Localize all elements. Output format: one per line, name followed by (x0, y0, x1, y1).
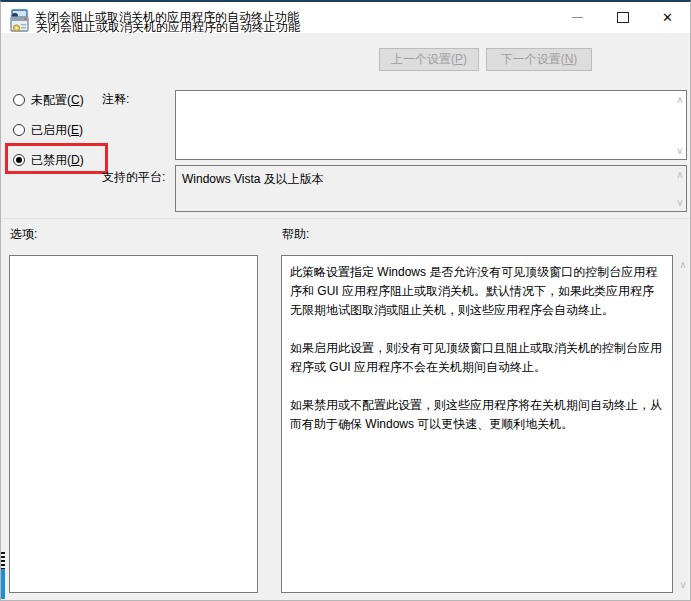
options-label: 选项: (10, 226, 37, 243)
section-divider (2, 218, 689, 219)
maximize-icon (617, 12, 629, 23)
radio-selected-icon (13, 154, 25, 166)
comment-scroll-up-icon[interactable]: ∧ (674, 95, 686, 105)
previous-setting-label: 上一个设置( (391, 52, 455, 66)
next-setting-label: 下一个设置( (501, 52, 565, 66)
policy-setting-icon (10, 15, 29, 34)
platform-scroll-down-icon: ∨ (674, 198, 686, 208)
help-scroll-up-icon[interactable]: ∧ (677, 260, 689, 270)
help-label: 帮助: (282, 226, 309, 243)
background-window-sliver (1, 552, 5, 569)
background-window-sliver-blue (1, 569, 5, 599)
policy-setting-dialog: 关闭会阻止或取消关机的应用程序的自动终止功能 ✕ 关闭会阻止或取消关机的应用程序… (0, 0, 691, 601)
radio-not-configured[interactable]: 未配置(C) (13, 92, 84, 108)
previous-setting-button[interactable]: 上一个设置(P) (379, 48, 479, 71)
radio-not-configured-label: 未配置(C) (31, 92, 84, 109)
maximize-button[interactable] (600, 2, 645, 33)
radio-enabled[interactable]: 已启用(E) (13, 122, 83, 138)
help-panel[interactable]: 此策略设置指定 Windows 是否允许没有可见顶级窗口的控制台应用程序和 GU… (281, 255, 673, 593)
next-setting-label-end: ) (573, 52, 577, 66)
radio-disabled[interactable]: 已禁用(D) (13, 152, 84, 168)
supported-platform-box: Windows Vista 及以上版本 (175, 165, 687, 212)
radio-circle-icon (13, 124, 25, 136)
help-paragraph: 此策略设置指定 Windows 是否允许没有可见顶级窗口的控制台应用程序和 GU… (290, 263, 662, 320)
policy-title: 关闭会阻止或取消关机的应用程序的自动终止功能 (36, 19, 300, 36)
help-scroll-down-icon[interactable]: ∨ (677, 580, 689, 590)
platform-scroll-up-icon: ∧ (674, 170, 686, 180)
supported-platform-label: 支持的平台: (102, 169, 165, 186)
comment-textarea[interactable] (175, 90, 687, 160)
minimize-icon (572, 17, 583, 18)
help-paragraph: 如果启用此设置，则没有可见顶级窗口且阻止或取消关机的控制台应用程序或 GUI 应… (290, 339, 662, 377)
radio-disabled-label: 已禁用(D) (31, 152, 84, 169)
close-icon: ✕ (662, 11, 673, 24)
help-paragraph: 如果禁用或不配置此设置，则这些应用程序将在关机期间自动终止，从而有助于确保 Wi… (290, 396, 662, 434)
comment-label: 注释: (102, 91, 129, 108)
radio-enabled-label: 已启用(E) (31, 122, 83, 139)
previous-setting-accel: P (455, 52, 463, 66)
close-button[interactable]: ✕ (645, 2, 690, 33)
minimize-button[interactable] (555, 2, 600, 33)
comment-scroll-down-icon[interactable]: ∨ (674, 146, 686, 156)
radio-circle-icon (13, 94, 25, 106)
options-panel (9, 255, 258, 593)
supported-platform-value: Windows Vista 及以上版本 (182, 171, 324, 188)
previous-setting-label-end: ) (463, 52, 467, 66)
next-setting-button[interactable]: 下一个设置(N) (486, 48, 592, 71)
